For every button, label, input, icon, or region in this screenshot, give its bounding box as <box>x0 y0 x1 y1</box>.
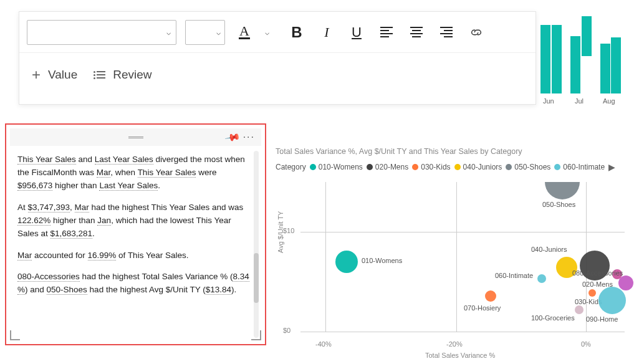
bar <box>570 36 580 93</box>
y-tick: $10 <box>283 227 294 234</box>
chevron-down-icon: ⌵ <box>216 28 221 37</box>
font-color-button[interactable]: A <box>234 20 255 45</box>
review-label: Review <box>113 68 151 82</box>
legend-item[interactable]: 040-Juniors <box>454 163 502 171</box>
bubble-label: 030-Kids <box>575 298 602 305</box>
bubble-kids[interactable] <box>588 289 596 297</box>
font-family-select[interactable]: ⌵ <box>27 20 176 45</box>
chart-title: Total Sales Variance %, Avg $/Unit TY an… <box>276 147 631 156</box>
link-icon <box>469 26 483 39</box>
narrative-paragraph: This Year Sales and Last Year Sales dive… <box>17 153 251 193</box>
drag-handle-icon[interactable] <box>128 136 143 138</box>
x-tick: 0% <box>581 340 591 348</box>
review-button[interactable]: Review <box>94 68 151 82</box>
align-right-button[interactable] <box>436 20 457 45</box>
font-size-select[interactable]: ⌵ <box>185 20 225 45</box>
legend-scroll-right-icon[interactable]: ▶ <box>608 162 615 172</box>
bubble-label: 050-Shoes <box>542 201 575 208</box>
narrative-paragraph: At $3,747,393, Mar had the highest This … <box>17 201 251 241</box>
bubble-label: 010-Womens <box>362 257 402 264</box>
bubble-hosiery[interactable] <box>485 290 496 302</box>
align-center-button[interactable] <box>406 20 427 45</box>
plot-area: 050-Shoes 010-Womens 040-Juniors 020-Men… <box>300 182 625 332</box>
legend-title: Category <box>276 163 306 171</box>
bubble-shoes[interactable] <box>545 182 580 199</box>
bubble-groceries[interactable] <box>575 305 584 314</box>
narrative-text[interactable]: This Year Sales and Last Year Sales dive… <box>10 146 261 340</box>
legend-item[interactable]: 020-Mens <box>367 163 408 171</box>
y-tick: $0 <box>283 327 291 334</box>
bubble-label: 070-Hosiery <box>464 304 501 312</box>
bubble-womens[interactable] <box>335 251 358 273</box>
legend-item[interactable]: 060-Intimate <box>554 163 605 171</box>
bar <box>552 25 562 93</box>
bubble-home[interactable] <box>598 287 626 314</box>
legend-item[interactable]: 010-Womens <box>310 163 363 171</box>
bubble-label: 090-Home <box>586 315 618 323</box>
plus-icon: + <box>32 66 41 84</box>
narrative-paragraph: 080-Accessories had the highest Total Sa… <box>17 271 251 297</box>
x-axis-label: Total Sales Variance % <box>425 352 495 359</box>
legend-item[interactable]: 030-Kids <box>412 163 450 171</box>
month-label: Aug <box>603 97 615 105</box>
smart-narrative-visual[interactable]: 📌 ··· This Year Sales and Last Year Sale… <box>10 128 261 340</box>
font-color-chevron[interactable]: ⌵ <box>256 20 277 45</box>
x-tick: -20% <box>446 340 463 348</box>
bar <box>582 16 592 56</box>
italic-button[interactable]: I <box>316 20 337 45</box>
narrative-paragraph: Mar accounted for 16.99% of This Year Sa… <box>17 249 251 262</box>
bubble-label: 080-Accessories <box>572 269 623 277</box>
visual-header[interactable]: 📌 ··· <box>10 128 261 146</box>
bubble-label: 040-Juniors <box>531 246 567 253</box>
chart-legend: Category 010-Womens 020-Mens 030-Kids 04… <box>276 162 631 172</box>
month-label: Jun <box>543 97 554 105</box>
bold-button[interactable]: B <box>286 20 307 45</box>
x-tick: -40% <box>315 340 332 348</box>
bar <box>540 25 550 93</box>
bar <box>611 37 621 93</box>
bubble-label: 100-Groceries <box>531 314 575 322</box>
pin-icon[interactable]: 📌 <box>224 129 241 146</box>
legend-item[interactable]: 050-Shoes <box>506 163 550 171</box>
underline-button[interactable]: U <box>346 20 367 45</box>
text-format-toolbar: ⌵ ⌵ A ⌵ B I U + Value Review <box>19 11 536 105</box>
narrative-visual-selection: 📌 ··· This Year Sales and Last Year Sale… <box>5 123 266 345</box>
scatter-chart-visual[interactable]: Total Sales Variance %, Avg $/Unit TY an… <box>276 147 631 359</box>
chevron-down-icon: ⌵ <box>166 28 171 37</box>
link-button[interactable] <box>466 20 487 45</box>
add-value-button[interactable]: + Value <box>32 66 77 84</box>
align-left-button[interactable] <box>376 20 397 45</box>
bubble-intimate[interactable] <box>537 274 546 283</box>
month-label: Jul <box>575 97 584 105</box>
bar <box>600 44 610 93</box>
value-label: Value <box>48 68 77 82</box>
bubble-other[interactable] <box>618 275 633 290</box>
review-icon <box>94 71 105 79</box>
chevron-down-icon: ⌵ <box>265 28 269 37</box>
bubble-label: 060-Intimate <box>495 272 533 279</box>
gridline <box>300 332 625 332</box>
more-options-icon[interactable]: ··· <box>243 132 255 143</box>
